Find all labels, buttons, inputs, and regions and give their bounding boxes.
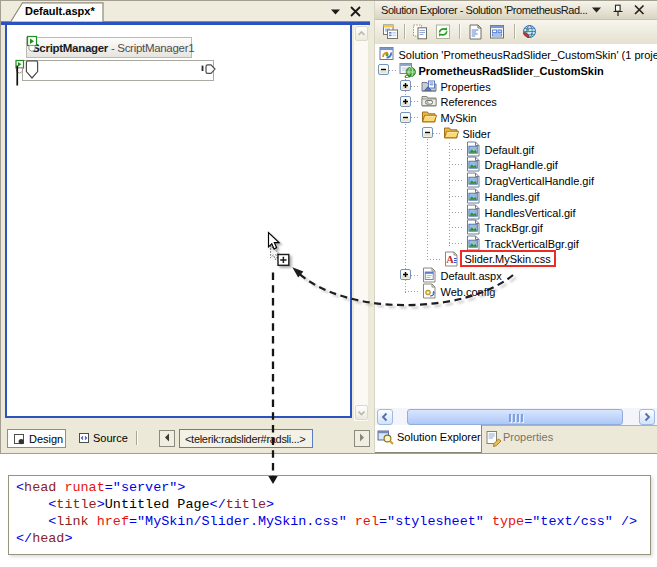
toolbar-separator [459,24,460,39]
collapse-icon[interactable] [422,127,433,138]
properties-tab-icon [485,430,503,447]
code-token: title [226,497,266,512]
refresh-icon[interactable] [435,24,452,40]
titlebar-buttons [591,4,649,17]
tag-navigator-forward-button[interactable] [354,430,370,447]
solution-explorer-titlebar[interactable]: Solution Explorer - Solution 'Prometheus… [375,1,657,20]
solution-explorer-tree: Solution 'PrometheusRadSlider_CustomSkin… [375,44,657,408]
tree-item-slider-myskin-css[interactable]: ASlider.MySkin.css [375,252,657,268]
tree-item-default-gif[interactable]: Default.gif [375,142,657,158]
tab-default-aspx[interactable]: Default.aspx* [9,2,104,22]
scrollbar-thumb[interactable] [407,409,623,425]
code-token: "stylesheet" [387,514,484,529]
expand-icon[interactable] [400,80,411,91]
code-token: </ [210,497,226,512]
web-project-icon: c# [399,62,416,78]
scroll-up-button[interactable] [355,26,368,41]
image-file-icon [465,188,482,204]
code-token: "server" [113,480,178,495]
collapse-icon[interactable] [400,112,411,123]
tree-horizontal-scrollbar[interactable] [375,408,657,425]
tree-connector [449,180,464,181]
design-view-button[interactable]: Design [7,429,66,448]
view-code-icon[interactable] [467,24,484,40]
file-tab-label: Default.aspx* [25,5,95,17]
scroll-down-button[interactable] [355,405,368,420]
tree-item-trackbgr-gif[interactable]: TrackBgr.gif [375,220,657,236]
properties-window-icon[interactable] [382,24,399,40]
scriptmanager-control[interactable]: ScriptManager - ScriptManager1 [26,37,192,58]
code-token [89,514,97,529]
code-token: = [105,480,113,495]
tree-item-draghandle-gif[interactable]: DragHandle.gif [375,157,657,173]
scroll-right-button[interactable] [639,409,655,425]
code-token: = [379,514,387,529]
code-token [16,514,48,529]
config-file-icon [421,283,438,299]
code-token: head [24,480,56,495]
collapse-icon[interactable] [378,64,389,75]
solution-explorer-title: Solution Explorer - Solution 'Prometheus… [381,4,595,16]
tree-item-label: Handles.gif [482,190,543,203]
expand-icon[interactable] [400,96,411,107]
vs-ide-screenshot: Default.aspx* ScriptManager - ScriptMana… [0,0,657,567]
code-token [16,497,48,512]
tree-item-handlesvertical-gif[interactable]: HandlesVertical.gif [375,205,657,221]
svg-text:c#: c# [405,72,412,78]
image-file-icon [465,219,482,235]
web-admin-icon[interactable] [521,24,538,40]
references-folder-icon [421,93,438,109]
tree-item-label: Web.config [438,285,499,298]
tree-item-label: TrackBgr.gif [482,221,546,234]
tab-solution-explorer[interactable]: Solution Explorer [375,425,482,453]
tag-navigator[interactable]: <telerik:radslider#radsli...> [179,429,313,448]
window-position-icon[interactable] [592,8,601,13]
source-view-button[interactable]: Source [73,429,127,448]
tag-navigator-label: <telerik:radslider#radsli...> [185,433,305,445]
tree-item-myskin[interactable]: MySkin [375,110,657,126]
design-surface[interactable]: ScriptManager - ScriptManager1 [5,25,352,418]
tree-connector [449,149,464,150]
designer-vertical-scrollbar[interactable] [354,25,368,421]
tree-item-prometheusradslider-customskin[interactable]: c#PrometheusRadSlider_CustomSkin [375,63,657,79]
pin-icon[interactable] [614,5,623,16]
close-icon[interactable] [351,7,360,16]
code-token: > [64,531,72,546]
tab-properties[interactable]: Properties [482,426,572,453]
tree-connector [449,164,464,165]
tree-connector [449,212,464,213]
tree-item-properties[interactable]: Properties [375,79,657,95]
tree-item-references[interactable]: References [375,94,657,110]
tree-item-label: References [438,95,500,108]
radslider-control[interactable] [22,60,214,81]
thumb-grip [521,414,523,422]
tree-item-dragverticalhandle-gif[interactable]: DragVerticalHandle.gif [375,173,657,189]
close-icon[interactable] [635,6,644,15]
toolbar-separator [404,24,405,39]
code-token: > [177,480,185,495]
tree-item-web-config[interactable]: Web.config [375,284,657,300]
show-all-files-icon[interactable] [412,24,429,40]
tree-item-slider[interactable]: Slider [375,126,657,142]
scroll-left-button[interactable] [377,409,393,425]
expand-icon[interactable] [400,269,411,280]
editor-window-buttons [330,5,364,19]
thumb-grip [517,414,519,422]
solution-icon [379,46,396,62]
code-token: Untitled Page [105,497,210,512]
document-tab-strip: Default.aspx* [1,1,370,22]
code-token: rel [355,514,379,529]
aspx-file-icon [421,267,438,283]
view-bar-separator [136,431,137,445]
arrow-left-icon [378,410,392,424]
view-designer-icon[interactable] [489,24,506,40]
image-file-icon [465,204,482,220]
tree-item-label: Slider [460,127,494,140]
tree-item-handles-gif[interactable]: Handles.gif [375,189,657,205]
dropdown-icon[interactable] [331,10,340,15]
image-file-icon [465,235,482,251]
tree-item-solution-prometheusradslider-customskin-1-project[interactable]: Solution 'PrometheusRadSlider_CustomSkin… [375,47,657,63]
tree-item-default-aspx[interactable]: Default.aspx [375,268,657,284]
chevron-down-icon [356,406,367,419]
tag-navigator-back-button[interactable] [159,430,175,447]
